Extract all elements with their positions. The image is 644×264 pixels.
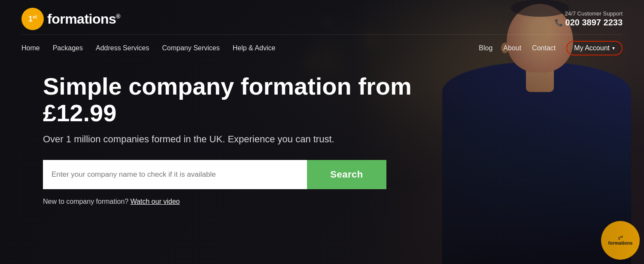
support-info: 24/7 Customer Support 📞 020 3897 2233 [555,10,623,28]
phone-number: 020 3897 2233 [565,18,623,28]
video-text: New to company formation? [43,198,128,205]
my-account-button[interactable]: My Account ▾ [566,41,623,55]
support-phone: 📞 020 3897 2233 [555,18,623,28]
video-link-area: New to company formation? Watch our vide… [43,198,451,206]
hero-title: Simple company formation from £12.99 [43,73,451,126]
nav-blog[interactable]: Blog [479,44,492,52]
my-account-label: My Account [574,44,610,52]
site-logo[interactable]: 1st formations® [21,8,120,30]
nav-address-services[interactable]: Address Services [96,44,149,52]
logo-name: formations® [47,11,120,27]
top-bar: 1st formations® 24/7 Customer Support 📞 … [21,0,623,35]
company-search-bar: Search [43,160,386,189]
logo-trademark: ® [116,13,120,20]
hero-subtitle: Over 1 million companies formed in the U… [43,134,451,145]
chevron-down-icon: ▾ [612,45,615,51]
nav-left: Home Packages Address Services Company S… [21,44,275,52]
nav-packages[interactable]: Packages [53,44,83,52]
company-name-input[interactable] [43,160,307,189]
site-header: 1st formations® 24/7 Customer Support 📞 … [0,0,644,61]
nav-company-services[interactable]: Company Services [162,44,219,52]
nav-home[interactable]: Home [21,44,40,52]
logo-name-text: formations [47,11,116,27]
logo-badge-text: 1st [28,14,37,24]
watch-video-link[interactable]: Watch our video [131,198,180,205]
support-label: 24/7 Customer Support [555,10,623,17]
search-button[interactable]: Search [307,160,386,189]
phone-icon: 📞 [555,18,563,27]
nav-contact[interactable]: Contact [532,44,556,52]
main-nav: Home Packages Address Services Company S… [21,35,623,61]
hero-content: Simple company formation from £12.99 Ove… [43,73,451,206]
nav-about[interactable]: About [503,44,521,52]
nav-right: Blog About Contact My Account ▾ [479,41,623,55]
nav-help-advice[interactable]: Help & Advice [233,44,276,52]
logo-badge: 1st [21,8,44,30]
